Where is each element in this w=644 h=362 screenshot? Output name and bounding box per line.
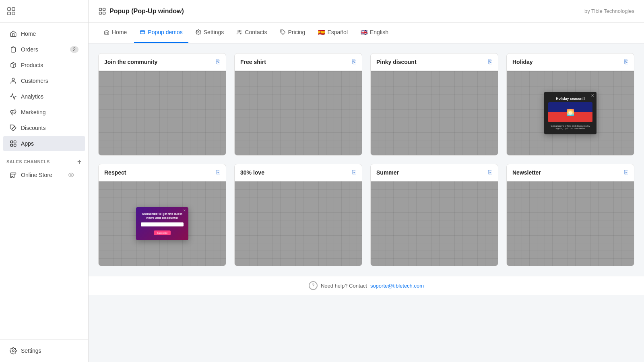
tab-contacts-label: Contacts [245, 29, 267, 35]
popup-grid: Join the community ⎘ JOIN OUR BIG COMMUN… [98, 53, 634, 266]
sidebar-item-online-store[interactable]: Online Store [3, 167, 85, 183]
tab-espanol-label: Español [327, 29, 348, 35]
svg-point-16 [198, 31, 199, 33]
online-store-icon [10, 171, 17, 179]
app-grid-icon [98, 7, 106, 15]
popup-card-join-community[interactable]: Join the community ⎘ JOIN OUR BIG COMMUN… [98, 53, 226, 156]
popup-card-respect[interactable]: Respect ⎘ ✕ Subscribe to get the latest … [98, 164, 226, 266]
card-title-summer: Summer [376, 169, 399, 176]
respect-title: Subscribe to get the latest news and dis… [141, 212, 184, 220]
svg-rect-3 [12, 12, 15, 15]
copy-free-shirt-icon[interactable]: ⎘ [352, 58, 356, 66]
tab-popup-demos[interactable]: Popup demos [134, 23, 188, 43]
tab-contacts[interactable]: Contacts [231, 23, 272, 43]
sidebar-header [0, 0, 88, 23]
respect-close-icon: ✕ [183, 209, 186, 212]
card-preview-respect: ✕ Subscribe to get the latest news and d… [99, 181, 226, 266]
svg-rect-1 [12, 8, 15, 10]
tab-english[interactable]: 🇬🇧 English [355, 23, 394, 43]
customers-icon [10, 77, 17, 84]
tab-pricing[interactable]: Pricing [275, 23, 311, 43]
sidebar-item-analytics-label: Analytics [21, 93, 43, 100]
house-icon [104, 29, 109, 35]
online-store-visibility-icon[interactable] [68, 172, 74, 178]
app-title: Popup (Pop-Up window) [109, 8, 184, 15]
discounts-icon [10, 124, 17, 132]
popup-card-thirty-love[interactable]: 30% love ⎘ -30% We love you Get this dis… [234, 164, 362, 266]
respect-email-input [141, 222, 184, 226]
svg-rect-0 [8, 8, 10, 10]
tab-home-label: Home [112, 29, 127, 35]
svg-rect-7 [10, 144, 12, 146]
copy-pinky-discount-icon[interactable]: ⎘ [488, 58, 492, 66]
copy-newsletter-icon[interactable]: ⎘ [624, 169, 628, 176]
card-preview-holiday: ✕ Holiday season!! 🌅 Get amazing offers … [507, 71, 634, 155]
card-header-free-shirt: Free shirt ⎘ [235, 53, 362, 71]
tab-settings[interactable]: Settings [190, 23, 230, 43]
card-header-thirty-love: 30% love ⎘ [235, 164, 362, 181]
topbar: Popup (Pop-Up window) by Tible Technolog… [89, 0, 644, 23]
popup-card-holiday[interactable]: Holiday ⎘ ✕ Holiday season!! 🌅 Get amazi… [506, 53, 634, 156]
popup-card-summer[interactable]: Summer ⎘ SUMMER DISCOUNTS! 🌴🏖️🌴 Enjoy su… [370, 164, 498, 266]
contacts-icon [237, 29, 242, 35]
svg-point-17 [238, 30, 240, 32]
sidebar-item-settings[interactable]: Settings [3, 343, 85, 358]
home-icon [10, 30, 17, 37]
sales-channels-section: SALES CHANNELS + [0, 152, 88, 167]
topbar-byline: by Tible Technologies [584, 8, 634, 14]
card-header-join-community: Join the community ⎘ [99, 53, 226, 71]
card-preview-pinky-discount: 20% DISCOUNT Use code PINKY20 🎁 [371, 71, 498, 155]
help-email-link[interactable]: soporte@tibletech.com [370, 283, 424, 289]
tab-pricing-label: Pricing [288, 29, 305, 35]
popup-card-free-shirt[interactable]: Free shirt ⎘ 👕 GET ONE FREE SHIRT Add yo… [234, 53, 362, 156]
card-header-summer: Summer ⎘ [371, 164, 498, 181]
svg-point-18 [281, 31, 282, 31]
popup-card-pinky-discount[interactable]: Pinky discount ⎘ 20% DISCOUNT Use code P… [370, 53, 498, 156]
sidebar-item-home[interactable]: Home [3, 26, 85, 41]
respect-subscribe-btn: Subscribe [154, 230, 171, 235]
svg-rect-14 [103, 12, 105, 14]
store-logo-icon [6, 6, 16, 16]
sidebar-item-apps-label: Apps [21, 140, 34, 147]
copy-respect-icon[interactable]: ⎘ [216, 169, 220, 176]
sidebar-item-discounts-label: Discounts [21, 125, 45, 131]
products-icon [10, 62, 17, 69]
card-title-respect: Respect [104, 169, 126, 176]
sidebar-item-orders-label: Orders [21, 46, 38, 53]
sidebar-item-apps[interactable]: Apps [3, 136, 85, 151]
copy-join-community-icon[interactable]: ⎘ [216, 58, 220, 66]
holiday-close-icon: ✕ [591, 93, 594, 98]
holiday-bg: 🌅 [548, 102, 592, 122]
helpbar: ? Need help? Contact soporte@tibletech.c… [89, 276, 644, 295]
card-preview-join-community: JOIN OUR BIG COMMUNITY Enter your email … [99, 71, 226, 155]
copy-holiday-icon[interactable]: ⎘ [624, 58, 628, 66]
tab-espanol[interactable]: 🇪🇸 Español [312, 23, 353, 43]
sidebar-item-discounts[interactable]: Discounts [3, 120, 85, 136]
content-area: Join the community ⎘ JOIN OUR BIG COMMUN… [89, 43, 644, 362]
help-text: Need help? Contact [321, 283, 367, 289]
copy-summer-icon[interactable]: ⎘ [488, 169, 492, 176]
holiday-sub: Get amazing offers and discounts by sign… [548, 125, 592, 130]
copy-thirty-love-icon[interactable]: ⎘ [352, 169, 356, 176]
marketing-icon [10, 109, 17, 116]
sidebar-item-products[interactable]: Products [3, 58, 85, 73]
orders-badge: 2 [70, 46, 78, 53]
sidebar-footer: Settings [0, 339, 88, 362]
sidebar-item-customers[interactable]: Customers [3, 73, 85, 88]
sidebar-item-analytics[interactable]: Analytics [3, 89, 85, 104]
card-preview-thirty-love: -30% We love you Get this discount now. … [235, 181, 362, 266]
sidebar-item-marketing[interactable]: Marketing [3, 105, 85, 120]
tab-settings-label: Settings [204, 29, 224, 35]
settings-icon [10, 347, 17, 354]
add-sales-channel-icon[interactable]: + [77, 158, 82, 165]
card-preview-summer: SUMMER DISCOUNTS! 🌴🏖️🌴 Enjoy summer deal… [371, 181, 498, 266]
svg-rect-5 [10, 141, 12, 143]
svg-point-10 [12, 350, 14, 352]
sidebar-item-marketing-label: Marketing [21, 109, 45, 115]
tab-english-label: English [370, 29, 388, 35]
card-header-pinky-discount: Pinky discount ⎘ [371, 53, 498, 71]
popup-card-newsletter[interactable]: Newsletter ⎘ NEWSLETTER Subscribe [506, 164, 634, 266]
sidebar-item-customers-label: Customers [21, 78, 48, 84]
tab-home[interactable]: Home [98, 23, 132, 43]
sidebar-item-orders[interactable]: Orders 2 [3, 42, 85, 57]
